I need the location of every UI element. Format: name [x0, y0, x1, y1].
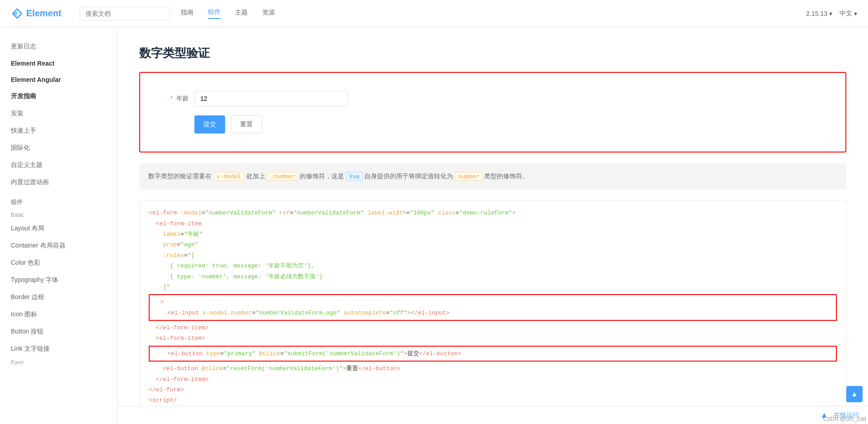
- chevron-down-icon-lang: ▾: [854, 10, 857, 17]
- language-text: 中文: [840, 10, 852, 18]
- header-nav: 指南 组件 主题 资源: [181, 8, 275, 19]
- form-actions: 提交 重置: [158, 115, 827, 133]
- desc-code4: number: [455, 172, 482, 181]
- language-selector[interactable]: 中文 ▾: [840, 10, 857, 18]
- sidebar-item-border[interactable]: Border 边框: [0, 289, 117, 306]
- sidebar-item-container[interactable]: Container 布局容器: [0, 237, 117, 254]
- logo-text: Element: [26, 8, 61, 19]
- sidebar-section-basic: Basic: [0, 210, 117, 220]
- chevron-down-icon: ▾: [829, 10, 832, 17]
- scroll-up-button[interactable]: ▲: [846, 386, 863, 402]
- sidebar: 更新日志 Element React Element Angular 开发指南 …: [0, 27, 118, 424]
- nav-item-guide[interactable]: 指南: [181, 9, 193, 19]
- code-line-4: prop="age": [149, 239, 837, 250]
- bottom-bar: ▲ 在线运行: [118, 406, 868, 424]
- code-line-10: <el-input v-model.number="numberValidate…: [153, 308, 832, 318]
- desc-text2: 处加上: [246, 172, 265, 180]
- age-input[interactable]: [194, 91, 348, 106]
- code-line-7: { type: 'number', message: '年龄必须为数字值'}: [149, 272, 837, 282]
- code-line-3: label="年龄": [149, 229, 837, 239]
- version-text: 2.15.13: [806, 10, 827, 17]
- nav-item-theme[interactable]: 主题: [235, 9, 248, 19]
- desc-code1: v-model: [213, 172, 245, 181]
- desc-text5: 类型的修饰符。: [484, 172, 528, 180]
- sidebar-item-button[interactable]: Button 按钮: [0, 323, 117, 340]
- code-line-14: <el-button @click="resetForm('numberVali…: [149, 363, 837, 374]
- header: Element 指南 组件 主题 资源 2.15.13 ▾ 中文 ▾: [0, 0, 868, 27]
- element-logo-icon: [11, 7, 24, 20]
- main-content: 数字类型验证 * 年龄 提交 重置 数字类型的验证需要在 v-model 处加上…: [118, 27, 868, 424]
- desc-text3: 的修饰符，这是: [300, 172, 344, 180]
- code-highlight-button: <el-button type="primary" @click="submit…: [149, 346, 837, 362]
- arrow-up-icon: ▲: [851, 390, 858, 398]
- sidebar-item-changelog[interactable]: 更新日志: [0, 38, 117, 55]
- code-line-5: :rules="[: [149, 250, 837, 261]
- logo[interactable]: Element: [11, 7, 61, 20]
- code-line-8: ]": [149, 282, 837, 292]
- sidebar-item-layout[interactable]: Layout 布局: [0, 220, 117, 237]
- reset-button[interactable]: 重置: [231, 115, 262, 133]
- sidebar-item-link[interactable]: Link 文字链接: [0, 340, 117, 357]
- sidebar-item-quickstart[interactable]: 快速上手: [0, 122, 117, 139]
- code-line-2: <el-form-item: [149, 219, 837, 229]
- page-layout: 更新日志 Element React Element Angular 开发指南 …: [0, 27, 868, 424]
- code-line-9: >: [153, 297, 832, 307]
- search-input[interactable]: [80, 7, 170, 20]
- desc-text4: 自身提供的用于将绑定值转化为: [364, 172, 453, 180]
- page-title: 数字类型验证: [139, 45, 846, 61]
- nav-item-resource[interactable]: 资源: [262, 9, 275, 19]
- sidebar-section-form: Form: [0, 357, 117, 367]
- code-line-16: </el-form>: [149, 385, 837, 395]
- age-label-text: 年龄: [176, 95, 189, 102]
- code-line-13: <el-button type="primary" @click="submit…: [153, 348, 832, 359]
- desc-text1: 数字类型的验证需要在: [148, 172, 212, 180]
- sidebar-item-element-angular[interactable]: Element Angular: [0, 71, 117, 88]
- sidebar-section-component: 组件: [0, 191, 117, 210]
- code-line-12: <el-form-item>: [149, 333, 837, 343]
- submit-button[interactable]: 提交: [194, 115, 225, 133]
- sidebar-item-icon[interactable]: Icon 图标: [0, 306, 117, 323]
- sidebar-item-i18n[interactable]: 国际化: [0, 139, 117, 157]
- sidebar-item-color[interactable]: Color 色彩: [0, 254, 117, 272]
- code-line-6: { required: true, message: '年龄不能为空'},: [149, 261, 837, 271]
- code-line-15: </el-form-item>: [149, 374, 837, 385]
- code-highlight-input: > <el-input v-model.number="numberValida…: [149, 294, 837, 321]
- form-row-age: * 年龄: [158, 91, 827, 106]
- desc-code3: Vue: [346, 172, 363, 181]
- sidebar-item-dev-guide[interactable]: 开发指南: [0, 88, 117, 105]
- code-line-17: <script>: [149, 395, 837, 405]
- version-selector[interactable]: 2.15.13 ▾: [806, 10, 832, 17]
- desc-code2: .number: [267, 172, 298, 181]
- code-block: <el-form :model="numberValidateForm" ref…: [139, 200, 846, 424]
- demo-box: * 年龄 提交 重置: [139, 72, 846, 152]
- csdn-watermark: CSDN @GG_Zdd: [823, 416, 866, 422]
- code-line-11: </el-form-item>: [149, 323, 837, 333]
- sidebar-item-install[interactable]: 安装: [0, 105, 117, 122]
- description-box: 数字类型的验证需要在 v-model 处加上 .number 的修饰符，这是 V…: [139, 163, 846, 189]
- form-label-age: * 年龄: [158, 95, 194, 103]
- sidebar-item-typography[interactable]: Typography 字体: [0, 272, 117, 289]
- code-line-1: <el-form :model="numberValidateForm" ref…: [149, 208, 837, 218]
- nav-item-component[interactable]: 组件: [208, 8, 221, 19]
- required-star: *: [170, 95, 173, 102]
- sidebar-item-transition[interactable]: 内置过渡动画: [0, 174, 117, 191]
- sidebar-item-element-react[interactable]: Element React: [0, 55, 117, 71]
- sidebar-item-custom-theme[interactable]: 自定义主题: [0, 157, 117, 174]
- header-right: 2.15.13 ▾ 中文 ▾: [806, 10, 857, 18]
